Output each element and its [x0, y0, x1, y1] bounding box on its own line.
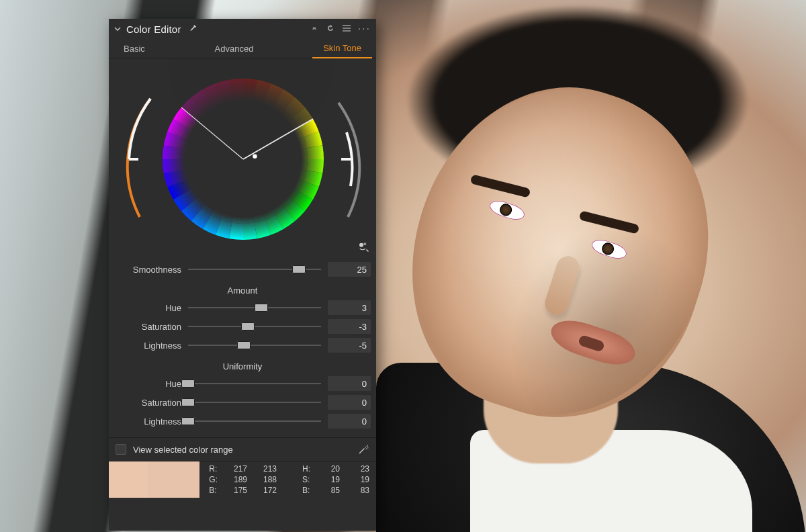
smoothness-value[interactable]: 25 [328, 262, 371, 277]
panel-footer: R:217213H:2023 G:189188S:1919 B:175172B:… [109, 461, 376, 498]
amount-hue-value[interactable]: 3 [328, 300, 371, 315]
amount-sat-label: Saturation [109, 322, 188, 332]
amount-hue-label: Hue [109, 303, 188, 313]
hue-arc-right[interactable] [339, 103, 359, 217]
eyedropper-icon[interactable] [187, 24, 196, 35]
amount-sat-knob[interactable] [241, 322, 255, 330]
uni-sat-label: Saturation [109, 398, 188, 408]
smoothness-track[interactable] [188, 263, 321, 275]
amount-title: Amount [109, 285, 376, 296]
color-wheel[interactable] [163, 58, 333, 240]
view-range-checkbox[interactable] [116, 444, 126, 455]
smoothness-label: Smoothness [109, 265, 188, 275]
uni-hue-knob[interactable] [181, 380, 195, 388]
view-range-label: View selected color range [133, 445, 233, 455]
swatch-after[interactable] [148, 461, 199, 498]
amount-hue-track[interactable] [188, 302, 321, 314]
svg-point-7 [365, 447, 366, 448]
svg-point-11 [367, 445, 368, 446]
reset-icon[interactable] [326, 24, 335, 35]
svg-point-8 [367, 446, 368, 447]
uni-sat-track[interactable] [188, 396, 321, 408]
invert-selection-icon[interactable] [357, 443, 369, 455]
copy-adjustments-icon[interactable] [310, 24, 319, 35]
uni-hue-value[interactable]: 0 [328, 376, 371, 391]
tabs: Basic Advanced Skin Tone [109, 39, 376, 58]
svg-point-9 [366, 449, 367, 450]
color-editor-panel: Color Editor ··· Basic Advanced [109, 19, 376, 531]
amount-hue-knob[interactable] [255, 304, 268, 312]
panel-title: Color Editor [126, 24, 181, 35]
uni-hue-label: Hue [109, 379, 188, 389]
more-menu-icon[interactable]: ··· [358, 23, 371, 35]
amount-light-value[interactable]: -5 [328, 338, 371, 353]
uni-light-value[interactable]: 0 [328, 414, 371, 429]
smoothness-knob[interactable] [292, 265, 306, 273]
uniformity-title: Uniformity [109, 361, 376, 371]
tab-advanced[interactable]: Advanced [204, 44, 265, 58]
slider-smoothness: Smoothness 25 [109, 260, 376, 279]
uni-sat-knob[interactable] [181, 398, 195, 406]
uni-hue-track[interactable] [188, 378, 321, 390]
swatch-before[interactable] [109, 461, 148, 498]
uni-light-track[interactable] [188, 415, 321, 427]
amount-light-track[interactable] [188, 339, 321, 351]
color-pick-point[interactable] [253, 154, 257, 158]
presets-menu-icon[interactable] [342, 24, 351, 34]
uni-light-label: Lightness [109, 416, 188, 427]
amount-light-knob[interactable] [237, 341, 251, 349]
tab-skin-tone[interactable]: Skin Tone [312, 43, 372, 58]
svg-point-10 [367, 447, 369, 449]
uni-sat-value[interactable]: 0 [328, 395, 371, 410]
panel-header: Color Editor ··· [109, 19, 376, 39]
color-wheel-area [109, 58, 376, 260]
amount-sat-track[interactable] [188, 320, 321, 332]
svg-point-5 [359, 243, 363, 247]
svg-point-6 [363, 242, 366, 245]
uni-light-knob[interactable] [181, 417, 195, 425]
color-readout: R:217213H:2023 G:189188S:1919 B:175172B:… [199, 461, 376, 498]
amount-sat-value[interactable]: -3 [328, 319, 371, 334]
amount-light-label: Lightness [109, 341, 188, 351]
collapse-toggle-icon[interactable] [114, 24, 121, 34]
hue-arc-left[interactable] [128, 99, 150, 217]
pick-skin-tone-icon[interactable] [357, 240, 369, 255]
tab-basic[interactable]: Basic [113, 44, 156, 58]
